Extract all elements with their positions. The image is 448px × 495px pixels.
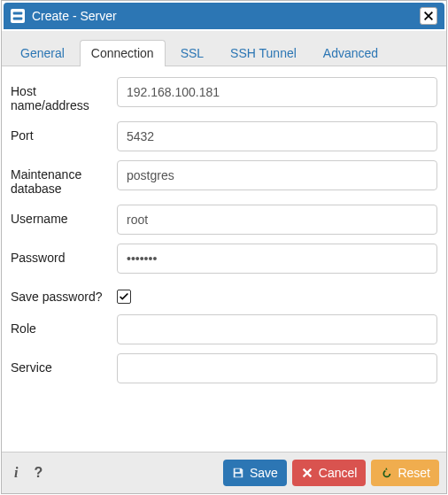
row-maintenance-db: Maintenance database bbox=[11, 160, 437, 196]
dialog-title: Create - Server bbox=[32, 9, 413, 23]
tab-connection[interactable]: Connection bbox=[80, 40, 166, 66]
row-save-password: Save password? bbox=[11, 282, 437, 306]
row-role: Role bbox=[11, 314, 437, 344]
title-bar: Create - Server bbox=[4, 3, 444, 29]
label-service: Service bbox=[11, 353, 117, 375]
connection-form: Host name/address Port Maintenance datab… bbox=[2, 66, 446, 452]
cancel-icon bbox=[301, 467, 313, 479]
password-input[interactable] bbox=[117, 244, 437, 274]
svg-rect-0 bbox=[13, 12, 23, 15]
dialog-footer: i ? Save Cancel Reset bbox=[2, 452, 446, 493]
svg-rect-3 bbox=[235, 474, 241, 477]
maintenance-db-input[interactable] bbox=[117, 160, 437, 190]
tab-bar: General Connection SSL SSH Tunnel Advanc… bbox=[2, 31, 446, 66]
save-password-checkbox[interactable] bbox=[117, 290, 131, 304]
tab-ssh-tunnel[interactable]: SSH Tunnel bbox=[219, 40, 308, 66]
reset-button-label: Reset bbox=[398, 466, 430, 480]
tab-general[interactable]: General bbox=[9, 40, 76, 66]
label-port: Port bbox=[11, 121, 117, 143]
cancel-button-label: Cancel bbox=[319, 466, 358, 480]
label-save-password: Save password? bbox=[11, 282, 117, 304]
label-password: Password bbox=[11, 244, 117, 265]
host-input[interactable] bbox=[117, 77, 437, 107]
footer-left: i ? bbox=[9, 465, 42, 481]
cancel-button[interactable]: Cancel bbox=[292, 460, 367, 486]
create-server-dialog: Create - Server General Connection SSL S… bbox=[1, 0, 447, 494]
row-password: Password bbox=[11, 244, 437, 274]
svg-rect-1 bbox=[13, 18, 23, 20]
row-port: Port bbox=[11, 121, 437, 151]
save-button-label: Save bbox=[250, 466, 278, 480]
info-icon[interactable]: i bbox=[14, 465, 18, 481]
row-username: Username bbox=[11, 205, 437, 235]
label-maintenance-db: Maintenance database bbox=[11, 160, 117, 196]
svg-rect-2 bbox=[235, 469, 239, 473]
check-icon bbox=[118, 290, 130, 303]
service-input[interactable] bbox=[117, 353, 437, 383]
reset-button[interactable]: Reset bbox=[371, 460, 439, 486]
port-input[interactable] bbox=[117, 121, 437, 151]
role-input[interactable] bbox=[117, 314, 437, 344]
server-icon bbox=[11, 9, 25, 23]
close-icon bbox=[422, 10, 435, 22]
close-button[interactable] bbox=[420, 7, 437, 25]
label-username: Username bbox=[11, 205, 117, 226]
footer-right: Save Cancel Reset bbox=[223, 460, 439, 486]
save-icon bbox=[232, 467, 244, 479]
save-button[interactable]: Save bbox=[223, 460, 287, 486]
reset-icon bbox=[380, 467, 392, 479]
label-role: Role bbox=[11, 314, 117, 336]
row-host: Host name/address bbox=[11, 77, 437, 112]
tab-advanced[interactable]: Advanced bbox=[312, 40, 390, 66]
username-input[interactable] bbox=[117, 205, 437, 235]
row-service: Service bbox=[11, 353, 437, 383]
tab-ssl[interactable]: SSL bbox=[169, 40, 215, 66]
help-icon[interactable]: ? bbox=[34, 465, 42, 481]
label-host: Host name/address bbox=[11, 77, 117, 112]
